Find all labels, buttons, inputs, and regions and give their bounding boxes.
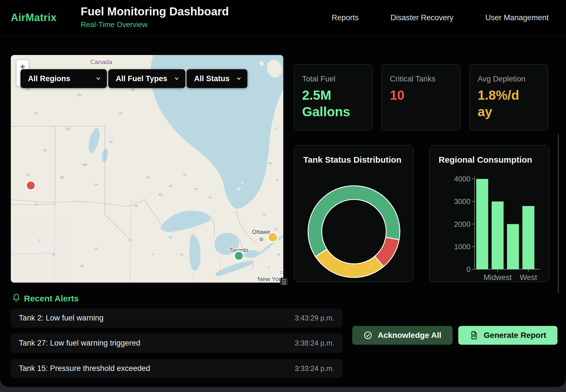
chevron-down-icon [174, 76, 180, 81]
bar-2 [507, 224, 519, 270]
alert-text: Tank 15: Pressure threshold exceeded [19, 364, 150, 373]
fuel-map[interactable]: Canada Ottawa Toronto New York + − All R… [11, 55, 283, 283]
acknowledge-all-label: Acknowledge All [378, 331, 441, 340]
dashboard-panel: AirMatrix Fuel Monitoring Dashboard Real… [0, 0, 566, 387]
x-tick-label: West [520, 273, 537, 282]
app-logo[interactable]: AirMatrix [11, 0, 57, 35]
scrollbar-thumb[interactable] [558, 134, 559, 293]
regional-consumption-bar-chart: 01000200030004000MidwestWest [429, 145, 549, 282]
generate-report-button[interactable]: Generate Report [458, 326, 557, 345]
chart-title: Tank Status Distribution [303, 155, 401, 165]
x-tick-label: Midwest [483, 273, 512, 282]
alert-time: 3:33:24 p.m. [295, 364, 334, 373]
region-filter-value: All Regions [28, 74, 70, 83]
page-subtitle: Real-Time Overview [81, 20, 229, 29]
bell-icon [11, 293, 21, 303]
stat-label: Total Fuel [302, 75, 365, 83]
acknowledge-all-button[interactable]: Acknowledge All [352, 326, 453, 345]
bar-3 [522, 206, 534, 269]
stat-card-critical-tanks: Critical Tanks 10 [382, 64, 460, 130]
alert-row[interactable]: Tank 27: Low fuel warning triggered 3:38… [11, 334, 342, 353]
chevron-down-icon [236, 76, 242, 81]
y-tick-label: 2000 [454, 220, 471, 228]
y-tick-label: 3000 [454, 197, 471, 206]
regional-consumption-chart-card: 01000200030004000MidwestWest Regional Co… [429, 145, 549, 282]
y-tick-label: 4000 [454, 175, 471, 183]
stat-value-critical-tanks: 10 [390, 87, 453, 103]
fuel-type-filter-dropdown[interactable]: All Fuel Types [108, 69, 185, 88]
stat-label: Critical Tanks [390, 75, 453, 83]
map-label-new-york: New York [258, 275, 283, 283]
stat-label: Avg Depletion [478, 75, 540, 83]
alert-text: Tank 2: Low fuel warning [19, 314, 103, 322]
check-circle-icon [363, 331, 372, 340]
alert-row[interactable]: Tank 2: Low fuel warning 3:43:29 p.m. [11, 309, 342, 328]
bar-1 [492, 201, 504, 269]
alert-time: 3:38:24 p.m. [295, 339, 334, 347]
donut-segment-yellow [315, 249, 384, 277]
page-title: Fuel Monitoring Dashboard [81, 5, 229, 18]
fuel-type-filter-value: All Fuel Types [116, 74, 167, 83]
map-resize-handle[interactable] [280, 278, 288, 285]
tank-marker-critical[interactable] [26, 181, 35, 190]
map-label-ottawa: Ottawa [252, 229, 270, 235]
stat-card-avg-depletion: Avg Depletion 1.8%/day [469, 64, 548, 130]
status-filter-value: All Status [194, 74, 230, 83]
map-label-canada: Canada [90, 58, 112, 66]
region-filter-dropdown[interactable]: All Regions [21, 69, 107, 88]
tank-marker-warning[interactable] [268, 232, 278, 242]
generate-report-label: Generate Report [484, 331, 546, 340]
alert-row[interactable]: Tank 15: Pressure threshold exceeded 3:3… [11, 359, 342, 378]
stat-value-avg-depletion: 1.8%/day [478, 87, 520, 120]
alert-text: Tank 27: Low fuel warning triggered [19, 339, 140, 348]
tank-status-chart-card: Tank Status Distribution [294, 145, 414, 282]
bar-0 [476, 179, 488, 269]
stat-card-total-fuel: Total Fuel 2.5M Gallons [294, 64, 372, 130]
chart-title: Regional Consumption [439, 155, 532, 165]
alert-time: 3:43:29 p.m. [295, 314, 334, 322]
document-icon [469, 331, 479, 340]
title-block: Fuel Monitoring Dashboard Real-Time Over… [81, 5, 229, 29]
y-tick-label: 0 [467, 265, 471, 273]
nav-user-management[interactable]: User Management [485, 13, 549, 22]
main-nav: Reports Disaster Recovery User Managemen… [332, 0, 549, 35]
nav-reports[interactable]: Reports [332, 13, 359, 22]
tank-marker-normal[interactable] [234, 251, 243, 260]
status-filter-dropdown[interactable]: All Status [187, 69, 247, 88]
basemap-canvas: Canada Ottawa Toronto New York [11, 55, 283, 283]
header-bar: AirMatrix Fuel Monitoring Dashboard Real… [0, 0, 566, 36]
nav-disaster-recovery[interactable]: Disaster Recovery [390, 13, 453, 22]
stat-value-total-fuel: 2.5M Gallons [302, 87, 359, 120]
chevron-down-icon [95, 76, 101, 81]
recent-alerts-title: Recent Alerts [24, 294, 79, 303]
y-tick-label: 1000 [454, 242, 471, 251]
tank-status-donut-chart [294, 145, 414, 282]
